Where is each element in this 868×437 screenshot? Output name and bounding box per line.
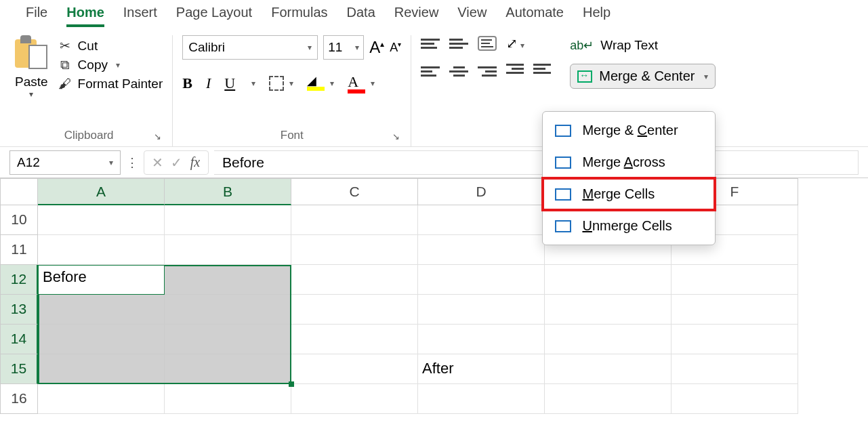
tab-automate[interactable]: Automate [505,5,564,27]
cell[interactable] [165,235,291,265]
tab-file[interactable]: File [26,5,47,27]
align-center-button[interactable] [449,64,468,79]
copy-button[interactable]: ⧉ Copy ▾ [58,58,163,72]
tab-formulas[interactable]: Formulas [271,5,327,27]
cell[interactable] [38,235,165,265]
paste-button[interactable]: Paste ▾ [15,35,48,99]
column-header-b[interactable]: B [165,178,291,205]
column-header-a[interactable]: A [38,178,165,205]
cell[interactable] [291,205,418,235]
accept-formula-button[interactable]: ✓ [169,154,184,171]
tab-data[interactable]: Data [347,5,375,27]
cell[interactable] [165,354,291,384]
orientation-button[interactable]: ⤢▾ [506,35,524,51]
cell[interactable] [38,295,165,325]
tab-review[interactable]: Review [394,5,439,27]
increase-font-size-button[interactable]: A▴ [369,38,384,57]
cell[interactable] [165,265,291,295]
tab-page-layout[interactable]: Page Layout [176,5,252,27]
align-bottom-button[interactable] [478,36,497,51]
font-dialog-launcher[interactable]: ↘ [390,131,401,142]
cell-a12[interactable] [38,265,165,295]
cell[interactable] [165,325,291,354]
cell[interactable] [291,235,418,265]
cell[interactable] [671,354,798,384]
cell[interactable] [38,205,165,235]
align-middle-button[interactable] [449,36,468,51]
underline-dropdown[interactable]: ▾ [251,79,255,88]
fill-color-button[interactable]: ◢ ▾ [307,76,334,91]
cell[interactable] [545,295,671,325]
borders-button[interactable]: ▾ [269,76,293,91]
cell[interactable] [418,295,545,325]
select-all-corner[interactable] [0,178,38,205]
cell[interactable] [418,325,545,354]
font-color-button[interactable]: A ▾ [348,73,375,93]
row-header-13[interactable]: 13 [0,295,38,325]
cell[interactable] [671,384,798,414]
cell[interactable] [545,354,671,384]
selection-handle[interactable] [289,381,294,387]
row-header-14[interactable]: 14 [0,325,38,354]
row-header-11[interactable]: 11 [0,235,38,265]
paste-dropdown[interactable]: ▾ [29,89,33,99]
font-name-select[interactable]: Calibri▾ [182,35,318,60]
row-header-12[interactable]: 12 [0,265,38,295]
increase-indent-button[interactable] [533,64,551,79]
cell[interactable] [545,384,671,414]
wrap-text-button[interactable]: ab↵ Wrap Text [570,38,716,53]
column-header-d[interactable]: D [418,178,545,205]
cell[interactable] [165,384,291,414]
name-box[interactable]: A12▾ [9,150,121,175]
merge-dropdown-icon[interactable]: ▾ [704,72,708,81]
menu-unmerge-cells[interactable]: Unmerge Cells [543,210,715,242]
formula-input[interactable]: Before [214,150,859,175]
cell[interactable] [418,384,545,414]
cell[interactable] [418,235,545,265]
tab-help[interactable]: Help [583,5,611,27]
row-header-10[interactable]: 10 [0,205,38,235]
align-top-button[interactable] [421,36,440,51]
cell[interactable] [545,265,671,295]
decrease-font-size-button[interactable]: A▾ [390,41,401,55]
cell[interactable] [291,354,418,384]
cell[interactable] [291,384,418,414]
cell[interactable] [165,205,291,235]
cell[interactable] [291,325,418,354]
bold-button[interactable]: B [182,75,192,92]
menu-merge-across[interactable]: Merge Across [543,146,715,178]
merge-center-button[interactable]: Merge & Center ▾ [570,64,716,89]
cell[interactable] [291,295,418,325]
format-painter-button[interactable]: 🖌 Format Painter [58,77,163,91]
cell[interactable] [671,325,798,354]
tab-insert[interactable]: Insert [123,5,157,27]
cell[interactable] [671,295,798,325]
clipboard-dialog-launcher[interactable]: ↘ [152,131,163,142]
cell[interactable] [418,205,545,235]
italic-button[interactable]: I [206,75,211,92]
cell[interactable] [418,265,545,295]
cell[interactable] [38,384,165,414]
align-left-button[interactable] [421,64,440,79]
menu-merge-center[interactable]: Merge & Center [543,115,715,146]
cell[interactable] [38,325,165,354]
chevron-down-icon[interactable]: ▾ [116,60,120,70]
insert-function-button[interactable]: fx [188,154,203,170]
menu-merge-cells[interactable]: Merge Cells [543,178,715,210]
cell[interactable] [671,265,798,295]
cell[interactable] [38,354,165,384]
row-header-15[interactable]: 15 [0,354,38,384]
cell-d15[interactable]: After [418,354,545,384]
cancel-formula-button[interactable]: ✕ [150,154,165,171]
cell[interactable] [165,295,291,325]
underline-button[interactable]: U [224,75,235,92]
row-header-16[interactable]: 16 [0,384,38,414]
align-right-button[interactable] [478,64,497,79]
tab-home[interactable]: Home [66,5,104,27]
decrease-indent-button[interactable] [506,64,524,79]
tab-view[interactable]: View [457,5,487,27]
cell[interactable] [291,265,418,295]
cell[interactable] [545,325,671,354]
font-size-select[interactable]: 11▾ [323,35,364,60]
cut-button[interactable]: ✂ Cut [58,38,163,54]
